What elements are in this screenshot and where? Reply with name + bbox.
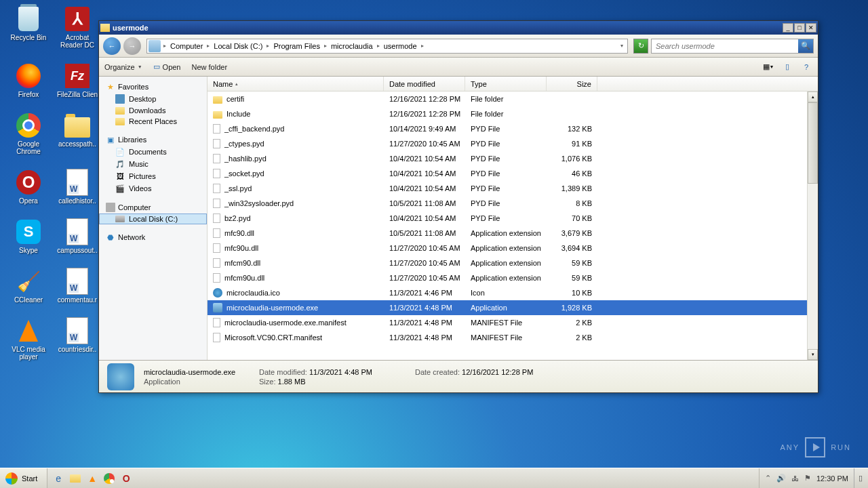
breadcrumb-seg[interactable]: Computer (167, 39, 205, 53)
desktop-icon[interactable]: 🧹CCleaner (4, 268, 53, 304)
file-row[interactable]: microclaudia-usermode.exe11/3/2021 4:48 … (208, 300, 818, 315)
scrollbar[interactable]: ▴ ▾ (807, 92, 818, 360)
desktop-icon[interactable]: countriesdir.. (53, 317, 102, 361)
tray-volume-icon[interactable]: 🔊 (776, 474, 786, 483)
taskbar-ie-icon[interactable]: e (50, 470, 66, 487)
desktop-icon[interactable]: ⅄Acrobat Reader DC (53, 5, 102, 49)
refresh-button[interactable]: ↻ (633, 39, 648, 54)
tray-network-icon[interactable]: 🖧 (791, 474, 799, 483)
file-row[interactable]: mfc90u.dll11/27/2020 10:45 AMApplication… (208, 241, 818, 256)
file-row[interactable]: Microsoft.VC90.CRT.manifest11/3/2021 4:4… (208, 330, 818, 345)
scroll-down-icon[interactable]: ▾ (808, 349, 818, 360)
taskbar-vlc-icon[interactable]: ▲ (84, 470, 100, 487)
sidebar-documents[interactable]: 📄Documents (99, 146, 207, 158)
file-row[interactable]: _win32sysloader.pyd10/5/2021 11:08 AMPYD… (208, 196, 818, 211)
col-date[interactable]: Date modified (384, 77, 465, 91)
explorer-window: usermode _ □ ✕ ← → ▸ Computer▸ Local Dis… (98, 20, 818, 393)
desktop-icon[interactable]: Recycle Bin (4, 5, 53, 49)
file-row[interactable]: _socket.pyd10/4/2021 10:54 AMPYD File46 … (208, 166, 818, 181)
libraries-head[interactable]: ▣Libraries (99, 134, 207, 146)
scroll-up-icon[interactable]: ▴ (808, 92, 818, 102)
file-row[interactable]: microclaudia-usermode.exe.manifest11/3/2… (208, 315, 818, 330)
organize-menu[interactable]: Organize▼ (104, 63, 142, 71)
file-row[interactable]: mfc90.dll10/5/2021 11:08 AMApplication e… (208, 226, 818, 241)
details-pane: microclaudia-usermode.exe Date modified:… (99, 360, 818, 392)
details-name: microclaudia-usermode.exe (144, 368, 245, 376)
windows-icon (5, 472, 18, 485)
sidebar-pictures[interactable]: 🖼Pictures (99, 170, 207, 182)
file-row[interactable]: _cffi_backend.pyd10/14/2021 9:49 AMPYD F… (208, 121, 818, 136)
breadcrumb-seg[interactable]: Local Disk (C:) (211, 39, 265, 53)
new-folder-button[interactable]: New folder (192, 63, 228, 71)
tray-flag-icon[interactable]: ⚑ (804, 474, 811, 483)
col-type[interactable]: Type (465, 77, 547, 91)
clock[interactable]: 12:30 PM (816, 474, 848, 483)
search-input[interactable] (652, 42, 798, 50)
desktop-icon[interactable]: VLC media player (4, 317, 53, 361)
details-created: Date created: 12/16/2021 12:28 PM (415, 368, 564, 376)
desktop-icon[interactable]: Firefox (4, 62, 53, 98)
desktop-icon[interactable]: OOpera (4, 169, 53, 205)
desktop-icon[interactable]: campussout.. (53, 218, 102, 254)
file-row[interactable]: microclaudia.ico11/3/2021 4:46 PMIcon10 … (208, 285, 818, 300)
preview-pane-icon[interactable]: ▯ (781, 62, 793, 73)
scroll-thumb[interactable] (808, 102, 818, 184)
show-desktop[interactable]: ▯ (854, 468, 863, 488)
open-button[interactable]: ▭Open (153, 62, 181, 71)
file-row[interactable]: mfcm90u.dll11/27/2020 10:45 AMApplicatio… (208, 270, 818, 285)
app-icon (107, 363, 134, 390)
file-row[interactable]: _ctypes.pyd11/27/2020 10:45 AMPYD File91… (208, 136, 818, 151)
tray-expand-icon[interactable]: ⌃ (765, 474, 771, 483)
close-button[interactable]: ✕ (806, 23, 816, 33)
network-head[interactable]: ⬣Network (99, 231, 207, 243)
breadcrumb-seg[interactable]: Program Files (271, 39, 322, 53)
col-name[interactable]: Name▴ (208, 77, 384, 91)
sidebar-videos[interactable]: 🎬Videos (99, 182, 207, 195)
window-title: usermode (113, 24, 783, 32)
folder-icon (100, 24, 110, 32)
details-type: Application (144, 378, 245, 386)
taskbar-opera-icon[interactable]: O (118, 470, 134, 487)
computer-icon (149, 40, 161, 52)
desktop-icon[interactable]: FzFileZilla Clien (53, 62, 102, 98)
help-icon[interactable]: ? (800, 62, 812, 73)
taskbar: Start e ▲ O ⌃ 🔊 🖧 ⚑ 12:30 PM ▯ (0, 468, 868, 488)
back-button[interactable]: ← (103, 37, 121, 55)
file-row[interactable]: _hashlib.pyd10/4/2021 10:54 AMPYD File1,… (208, 151, 818, 166)
sidebar-localdisk[interactable]: Local Disk (C:) (99, 214, 207, 224)
start-button[interactable]: Start (0, 468, 47, 489)
desktop-icon[interactable]: accesspath.. (53, 112, 102, 155)
minimize-button[interactable]: _ (783, 23, 793, 33)
search-box[interactable]: 🔍 (651, 39, 814, 54)
desktop-icon[interactable]: commentau.r (53, 268, 102, 304)
search-icon[interactable]: 🔍 (798, 39, 813, 53)
sidebar-desktop[interactable]: Desktop (99, 93, 207, 105)
col-size[interactable]: Size (547, 77, 597, 91)
nav-sidebar: ★Favorites Desktop Downloads Recent Plac… (99, 77, 208, 360)
favorites-head[interactable]: ★Favorites (99, 81, 207, 93)
taskbar-explorer-icon[interactable] (67, 470, 83, 487)
forward-button[interactable]: → (123, 37, 141, 55)
computer-head[interactable]: Computer (99, 201, 207, 214)
view-menu[interactable]: ▦ ▼ (762, 62, 774, 73)
sidebar-music[interactable]: 🎵Music (99, 158, 207, 170)
sidebar-recent[interactable]: Recent Places (99, 116, 207, 127)
maximize-button[interactable]: □ (794, 23, 805, 33)
titlebar[interactable]: usermode _ □ ✕ (99, 21, 818, 35)
sidebar-downloads[interactable]: Downloads (99, 105, 207, 116)
desktop-icon[interactable]: Google Chrome (4, 112, 53, 155)
file-row[interactable]: certifi12/16/2021 12:28 PMFile folder (208, 92, 818, 106)
details-size: Size: 1.88 MB (259, 378, 401, 386)
file-row[interactable]: mfcm90.dll11/27/2020 10:45 AMApplication… (208, 256, 818, 270)
taskbar-chrome-icon[interactable] (101, 470, 117, 487)
desktop-icon[interactable]: SSkype (4, 218, 53, 254)
file-row[interactable]: _ssl.pyd10/4/2021 10:54 AMPYD File1,389 … (208, 181, 818, 196)
breadcrumb[interactable]: ▸ Computer▸ Local Disk (C:)▸ Program Fil… (146, 39, 628, 54)
breadcrumb-seg[interactable]: usermode (381, 39, 420, 53)
breadcrumb-seg[interactable]: microclaudia (328, 39, 376, 53)
file-row[interactable]: bz2.pyd10/4/2021 10:54 AMPYD File70 KB (208, 211, 818, 226)
details-modified: Date modified: 11/3/2021 4:48 PM (259, 368, 401, 376)
file-row[interactable]: Include12/16/2021 12:28 PMFile folder (208, 106, 818, 121)
watermark: ANYRUN (781, 437, 851, 458)
desktop-icon[interactable]: calledhistor.. (53, 169, 102, 205)
